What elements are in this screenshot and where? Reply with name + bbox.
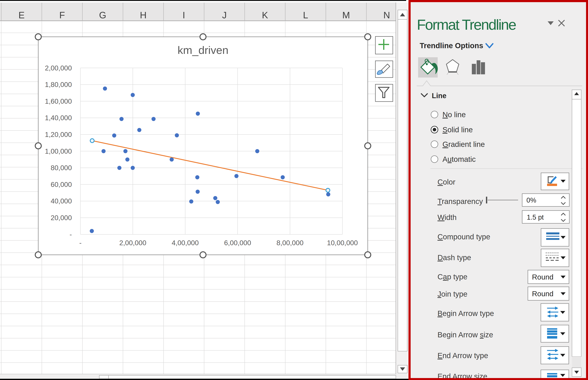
svg-text:Dash type: Dash type bbox=[437, 253, 471, 262]
svg-text:Begin Arrow size: Begin Arrow size bbox=[437, 331, 493, 339]
svg-text:1,20,000: 1,20,000 bbox=[45, 131, 72, 138]
svg-text:Gradient line: Gradient line bbox=[442, 140, 485, 149]
svg-text:Round: Round bbox=[532, 273, 553, 281]
svg-text:No line: No line bbox=[442, 111, 466, 119]
svg-text:60,000: 60,000 bbox=[51, 181, 72, 188]
svg-text:1,40,000: 1,40,000 bbox=[45, 114, 72, 122]
svg-text:1,00,000: 1,00,000 bbox=[45, 147, 72, 155]
svg-text:E: E bbox=[19, 10, 25, 20]
svg-text:I: I bbox=[182, 10, 185, 20]
svg-text:Transparency: Transparency bbox=[437, 197, 483, 206]
svg-text:F: F bbox=[59, 10, 65, 20]
svg-text:Line: Line bbox=[432, 92, 446, 100]
svg-text:-: - bbox=[79, 239, 82, 247]
svg-text:Join type: Join type bbox=[437, 290, 467, 298]
svg-text:1,80,000: 1,80,000 bbox=[45, 81, 72, 88]
svg-text:10,00,000: 10,00,000 bbox=[327, 239, 358, 247]
svg-text:Cap type: Cap type bbox=[437, 273, 467, 281]
svg-text:1,60,000: 1,60,000 bbox=[45, 97, 72, 105]
svg-text:0%: 0% bbox=[527, 196, 536, 204]
svg-text:Width: Width bbox=[437, 213, 456, 222]
svg-text:H: H bbox=[140, 10, 147, 20]
svg-text:6,00,000: 6,00,000 bbox=[224, 239, 251, 247]
svg-text:Automatic: Automatic bbox=[442, 155, 476, 163]
svg-text:Begin Arrow type: Begin Arrow type bbox=[437, 309, 494, 318]
svg-text:2,00,000: 2,00,000 bbox=[45, 64, 72, 72]
svg-text:G: G bbox=[99, 10, 106, 20]
svg-text:Format Trendline: Format Trendline bbox=[417, 17, 516, 33]
svg-text:8,00,000: 8,00,000 bbox=[276, 239, 304, 247]
svg-text:K: K bbox=[262, 10, 268, 20]
svg-text:Round: Round bbox=[532, 290, 553, 298]
svg-text:2,00,000: 2,00,000 bbox=[119, 239, 146, 247]
svg-text:4,00,000: 4,00,000 bbox=[172, 239, 199, 247]
svg-text:80,000: 80,000 bbox=[51, 164, 72, 171]
svg-text:N: N bbox=[383, 10, 390, 20]
svg-text:-: - bbox=[70, 231, 72, 238]
svg-text:km_driven: km_driven bbox=[177, 44, 228, 56]
svg-text:20,000: 20,000 bbox=[51, 214, 72, 222]
svg-text:Solid line: Solid line bbox=[442, 126, 473, 134]
svg-text:40,000: 40,000 bbox=[51, 197, 72, 205]
svg-text:End Arrow type: End Arrow type bbox=[437, 351, 488, 360]
svg-text:M: M bbox=[342, 10, 350, 20]
svg-text:Trendline Options: Trendline Options bbox=[420, 41, 483, 50]
svg-text:Color: Color bbox=[437, 178, 455, 186]
svg-text:J: J bbox=[222, 10, 227, 20]
svg-text:Compound type: Compound type bbox=[437, 233, 490, 241]
svg-text:1.5 pt: 1.5 pt bbox=[527, 213, 544, 221]
svg-text:L: L bbox=[303, 10, 308, 20]
